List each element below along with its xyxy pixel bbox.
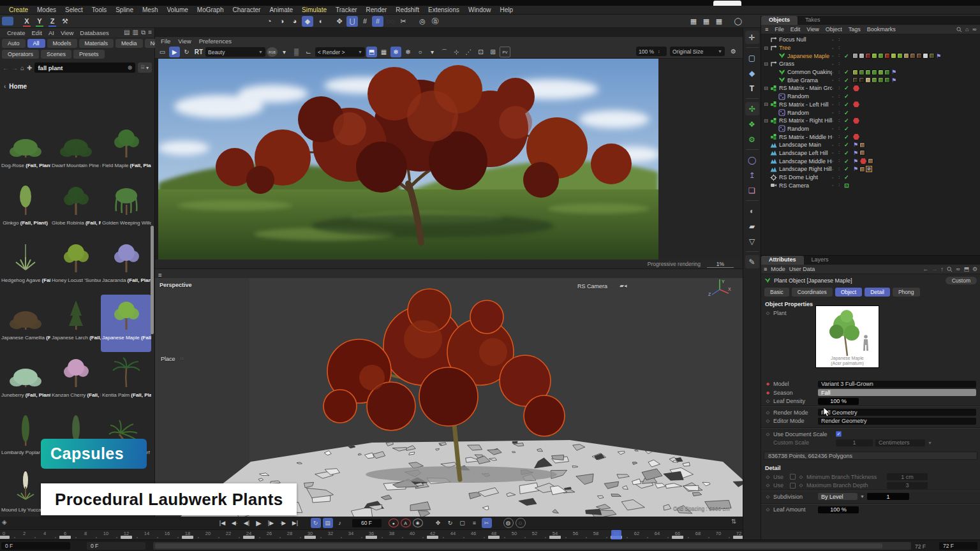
redshift-tag[interactable]	[853, 118, 859, 124]
grid-quantize-icon[interactable]: #	[359, 16, 371, 27]
enabled-check-icon[interactable]: ✓	[844, 110, 852, 116]
forward-arrow-icon[interactable]: →	[11, 64, 18, 71]
use-checkbox[interactable]	[790, 483, 796, 489]
range-start-field[interactable]: 0 F	[1, 542, 70, 550]
layer-dot-icon[interactable]: ▫	[832, 110, 838, 115]
keyframe-marker[interactable]	[182, 536, 193, 539]
redshift-tag[interactable]	[853, 101, 859, 107]
menu-select[interactable]: Select	[61, 6, 87, 13]
visibility-dots-icon[interactable]: ∶	[838, 45, 844, 51]
material-tag[interactable]	[852, 70, 858, 75]
diagonal-compare-icon[interactable]: ⋰	[463, 47, 474, 57]
active-document-tab[interactable]	[713, 1, 741, 6]
visibility-dots-icon[interactable]: ∶	[838, 175, 844, 180]
gear-icon[interactable]: ⚙	[972, 266, 977, 272]
rt-label[interactable]: RT	[193, 47, 204, 57]
search-icon[interactable]	[947, 267, 953, 272]
gear-icon[interactable]: ⚙	[728, 46, 739, 57]
place-tool-grip-icon[interactable]: ∷	[181, 356, 183, 362]
layer-dot-icon[interactable]: ▫	[832, 151, 838, 155]
axis-lock-x-button[interactable]: X	[21, 16, 33, 27]
expand-toggle[interactable]: ⊟	[762, 118, 769, 124]
plant-tile-japanese-maple-fall[interactable]: Japanese Maple (Fall, ...	[101, 295, 151, 352]
plant-tile-ginkgo-fall-plant[interactable]: Ginkgo (Fall, Plant)	[0, 180, 50, 237]
asset-tab-all[interactable]: All	[27, 39, 45, 48]
asset-menu-create[interactable]: Create	[4, 29, 29, 36]
material-tag[interactable]	[891, 53, 896, 59]
focus-icon[interactable]: ⌒	[439, 47, 450, 57]
effector-icon[interactable]: ↥	[745, 168, 759, 182]
object-row-common-quaking-grass[interactable]: Common Quaking Grass▫∶✓⚑	[761, 68, 980, 77]
lock-icon[interactable]: ⬒	[366, 47, 377, 57]
section-tab-detail[interactable]: Detail	[865, 288, 890, 297]
material-tag[interactable]	[916, 53, 922, 59]
snapshot-icon[interactable]: ⊡	[475, 47, 486, 57]
disabled-tag[interactable]: ⊘	[866, 166, 872, 172]
hamburger-icon[interactable]: ≡	[763, 26, 770, 33]
leaf-amount-field[interactable]: 100 %	[818, 506, 859, 513]
cluster-object-icon[interactable]: ❖	[745, 117, 759, 131]
loop-icon[interactable]: ↻	[311, 518, 321, 528]
annotation-flag-tag[interactable]: ⚑	[936, 53, 941, 59]
menu-create[interactable]: Create	[5, 6, 32, 13]
layer-dot-icon[interactable]: ▫	[832, 86, 838, 91]
keyframe-marker[interactable]	[59, 536, 71, 539]
use-document-scale-checkbox[interactable]: ✓	[836, 431, 842, 437]
layout-list-icon[interactable]: ▤	[124, 29, 130, 36]
snowflake-freeze-icon[interactable]: ❄	[390, 47, 401, 57]
object-row-blue-grama[interactable]: Blue Grama▫∶✓⚑	[761, 76, 980, 84]
cube-primitive-icon[interactable]: ◆	[745, 66, 759, 80]
material-tag[interactable]	[852, 77, 858, 83]
param-diamond-icon[interactable]: ◇	[765, 418, 771, 423]
menu-redshift[interactable]: Redshift	[392, 6, 423, 13]
play-render-icon[interactable]: ▶	[169, 47, 180, 57]
material-tag[interactable]	[903, 53, 909, 59]
stage-object-icon[interactable]: ▽	[745, 235, 759, 248]
om-menu-tags[interactable]: Tags	[845, 26, 864, 33]
section-tab-coordinates[interactable]: Coordinates	[792, 288, 833, 297]
grid-snap-icon[interactable]: #	[372, 16, 383, 27]
keyframe-marker[interactable]	[0, 536, 10, 539]
goto-start-icon[interactable]: |◀	[218, 518, 228, 528]
shading-sphere-2-icon[interactable]: ◑	[276, 16, 288, 27]
use-checkbox[interactable]	[790, 474, 796, 480]
refresh-icon[interactable]: ↻	[181, 47, 192, 57]
render-view-icon[interactable]: ▦	[688, 16, 699, 27]
lock-icon[interactable]: ⬒	[963, 266, 969, 272]
mode-menu[interactable]: Mode	[771, 266, 785, 272]
filter-icon[interactable]: ≂	[956, 266, 961, 272]
material-tag[interactable]	[865, 70, 871, 75]
asset-menu-databases[interactable]: Databases	[77, 29, 112, 36]
enabled-check-icon[interactable]: ✓	[844, 174, 852, 180]
camera-link-icon[interactable]: ⊡	[844, 182, 852, 189]
autokey-icon[interactable]: A	[401, 518, 411, 527]
zoom-region-icon[interactable]: ⊹	[451, 47, 462, 57]
editor-mode-dropdown[interactable]: Render Geometry	[818, 418, 976, 425]
filter-icon[interactable]: ≂	[972, 26, 977, 33]
panel-tab-layers[interactable]: Layers	[804, 256, 836, 265]
globe-icon[interactable]: ◯	[732, 16, 744, 27]
record-scale-icon[interactable]: ▢	[457, 518, 468, 528]
layer-dot-icon[interactable]: ▫	[832, 159, 838, 163]
material-tag[interactable]	[868, 158, 873, 164]
menu-window[interactable]: Window	[464, 6, 495, 13]
keyframe-marker[interactable]	[672, 536, 683, 539]
material-tag[interactable]	[897, 53, 903, 59]
shading-cube-icon[interactable]: ◆	[302, 16, 313, 27]
null-object-icon[interactable]: ✛	[745, 31, 759, 44]
expand-toggle[interactable]: ⊟	[762, 61, 769, 67]
chevron-down-icon[interactable]: ▼	[928, 441, 932, 445]
material-tag[interactable]	[878, 53, 884, 59]
enabled-check-icon[interactable]: ✓	[844, 150, 852, 156]
keyframe-marker[interactable]	[427, 536, 438, 539]
model-dropdown[interactable]: Variant 3 Full-Grown	[818, 381, 976, 388]
material-tag[interactable]	[859, 77, 865, 83]
asset-menu-edit[interactable]: Edit	[29, 29, 45, 36]
om-menu-view[interactable]: View	[803, 26, 822, 33]
asset-menu-ai[interactable]: AI	[45, 29, 57, 36]
search-icon[interactable]	[956, 27, 962, 33]
rgb-channel-icon[interactable]: RGB	[267, 47, 278, 57]
layer-dot-icon[interactable]: ▫	[832, 62, 838, 66]
param-diamond-icon[interactable]: ◇	[765, 494, 771, 499]
plant-tile-globe-robinia-fall-pl[interactable]: Globe Robinia (Fall, Pl...	[50, 180, 101, 237]
